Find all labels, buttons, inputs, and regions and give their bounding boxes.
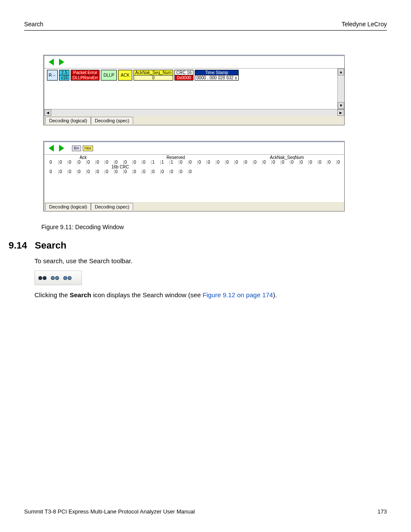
lanes-cell: x16 <box>59 75 69 80</box>
bit-cell: 0 <box>185 169 195 174</box>
page-header: Search Teledyne LeCroy <box>24 0 387 31</box>
page-footer: Summit T3-8 PCI Express Multi-Lane Proto… <box>24 508 387 515</box>
bit-cell: 0 <box>120 169 130 174</box>
bit-cell: 0 <box>157 169 167 174</box>
bit-cell: 0 <box>111 160 121 165</box>
dllp-cell: DLLP <box>101 70 117 81</box>
bit-cell: 0 <box>74 160 84 165</box>
figure-link[interactable]: Figure 9.12 on page 174 <box>202 291 273 299</box>
section-title: Search <box>35 240 66 251</box>
crc-value: 0x0000 <box>175 75 193 80</box>
tab-decoding-logical[interactable]: Decoding (logical) <box>45 117 91 124</box>
col-reserved: Reserved <box>120 155 231 160</box>
bit-cell: 0 <box>56 169 65 174</box>
tab-strip-2: Decoding (logical) Decoding (spec) <box>44 202 344 211</box>
next-icon[interactable] <box>57 58 66 66</box>
packet-row: R→ 2.5 x16 Packet Error DLLPRsrvErr DLLP… <box>44 68 344 82</box>
packet-error-cell: Packet Error <box>71 70 99 75</box>
vertical-scrollbar[interactable]: ▲ ▼ <box>337 68 344 109</box>
bit-cell: 1 <box>157 160 167 165</box>
bit-row-1: 00000000000111000000000000000000 <box>46 160 342 165</box>
horizontal-scrollbar[interactable]: ◄ ► <box>44 109 344 116</box>
figure-caption: Figure 9.11: Decoding Window <box>41 224 377 230</box>
header-left: Search <box>24 21 43 28</box>
bit-cell: 0 <box>296 160 306 165</box>
header-right: Teledyne LeCroy <box>342 21 387 28</box>
crc-label: CRC 16 <box>175 70 193 75</box>
bit-cell: 0 <box>74 169 84 174</box>
bit-cell: 0 <box>102 160 111 165</box>
bit-cell: 0 <box>65 160 74 165</box>
bit-cell: 0 <box>222 160 232 165</box>
bit-cell: 0 <box>46 160 56 165</box>
section-heading: 9.14 Search <box>9 240 377 251</box>
bit-cell: 0 <box>268 160 278 165</box>
bit-cell: 0 <box>231 160 241 165</box>
footer-left: Summit T3-8 PCI Express Multi-Lane Proto… <box>24 508 195 515</box>
bit-cell: 0 <box>46 169 56 174</box>
nav-row <box>44 56 344 68</box>
bit-cell: 0 <box>204 160 213 165</box>
bit-cell: 0 <box>83 169 93 174</box>
next-icon[interactable] <box>57 144 66 152</box>
bit-cell: 0 <box>120 160 130 165</box>
binoculars-next-icon <box>63 276 72 280</box>
tab-strip-1: Decoding (logical) Decoding (spec) <box>44 116 344 125</box>
tab-decoding-spec[interactable]: Decoding (spec) <box>91 203 133 210</box>
bit-cell: 0 <box>259 160 269 165</box>
seq-label: AckNak_Seq_Num <box>134 70 173 75</box>
bit-cell: 0 <box>139 169 148 174</box>
screenshot-decoding-spec: Bin Hex Ack Reserved AckNak_SeqNum 00000… <box>43 141 345 212</box>
bit-cell: 0 <box>83 160 93 165</box>
content-area: R→ 2.5 x16 Packet Error DLLPRsrvErr DLLP… <box>0 31 411 299</box>
direction-cell: R→ <box>47 70 58 81</box>
footer-page: 173 <box>377 508 387 515</box>
scroll-up-icon[interactable]: ▲ <box>338 68 344 75</box>
bit-cell: 0 <box>305 160 315 165</box>
tab-decoding-logical[interactable]: Decoding (logical) <box>45 203 91 210</box>
pane-body-2: Ack Reserved AckNak_SeqNum 0000000000011… <box>44 155 344 202</box>
bit-cell: 0 <box>250 160 259 165</box>
dllp-rsrv-err-cell: DLLPRsrvErr <box>71 75 99 80</box>
bit-cell: 0 <box>130 169 139 174</box>
seq-value: 0 <box>134 75 173 80</box>
bit-cell: 0 <box>194 160 204 165</box>
ack-cell: ACK <box>118 70 132 81</box>
bit-cell: 1 <box>167 160 176 165</box>
toggle-bin[interactable]: Bin <box>72 146 81 151</box>
para-intro: To search, use the Search toolbar. <box>34 257 377 264</box>
scroll-down-icon[interactable]: ▼ <box>338 102 344 109</box>
bit-cell: 0 <box>176 160 185 165</box>
bit-cell: 0 <box>185 160 195 165</box>
binoculars-prev-icon <box>51 276 59 280</box>
bit-cell: 0 <box>287 160 296 165</box>
bit-cell: 0 <box>93 169 102 174</box>
screenshot-decoding-logical: R→ 2.5 x16 Packet Error DLLPRsrvErr DLLP… <box>43 55 345 125</box>
bit-cell: 1 <box>148 160 158 165</box>
bit-cell: 0 <box>130 160 139 165</box>
col-acknak-seqnum: AckNak_SeqNum <box>231 155 342 160</box>
speed-cell: 2.5 <box>59 70 69 75</box>
bit-cell: 0 <box>139 160 148 165</box>
pane-body-1: R→ 2.5 x16 Packet Error DLLPRsrvErr DLLP… <box>44 68 344 109</box>
bit-cell: 0 <box>102 169 111 174</box>
bit-cell: 0 <box>111 169 121 174</box>
prev-icon[interactable] <box>47 58 56 66</box>
binoculars-icon <box>38 276 47 280</box>
prev-icon[interactable] <box>47 144 56 152</box>
bit-cell: 0 <box>278 160 287 165</box>
bit-cell: 0 <box>93 160 102 165</box>
bit-cell: 0 <box>333 160 343 165</box>
bit-cell: 0 <box>148 169 158 174</box>
bit-cell: 0 <box>213 160 222 165</box>
bit-cell: 0 <box>324 160 333 165</box>
nav-row-2: Bin Hex <box>44 142 344 155</box>
scroll-left-icon[interactable]: ◄ <box>44 109 51 116</box>
toggle-hex[interactable]: Hex <box>83 146 93 151</box>
tab-decoding-spec[interactable]: Decoding (spec) <box>91 117 133 124</box>
bit-cell: 0 <box>315 160 324 165</box>
scroll-right-icon[interactable]: ► <box>337 109 344 116</box>
bit-cell: 0 <box>65 169 74 174</box>
bit-cell: 0 <box>176 169 185 174</box>
ts-value: 0000 . 000 028 632 s <box>195 75 238 80</box>
